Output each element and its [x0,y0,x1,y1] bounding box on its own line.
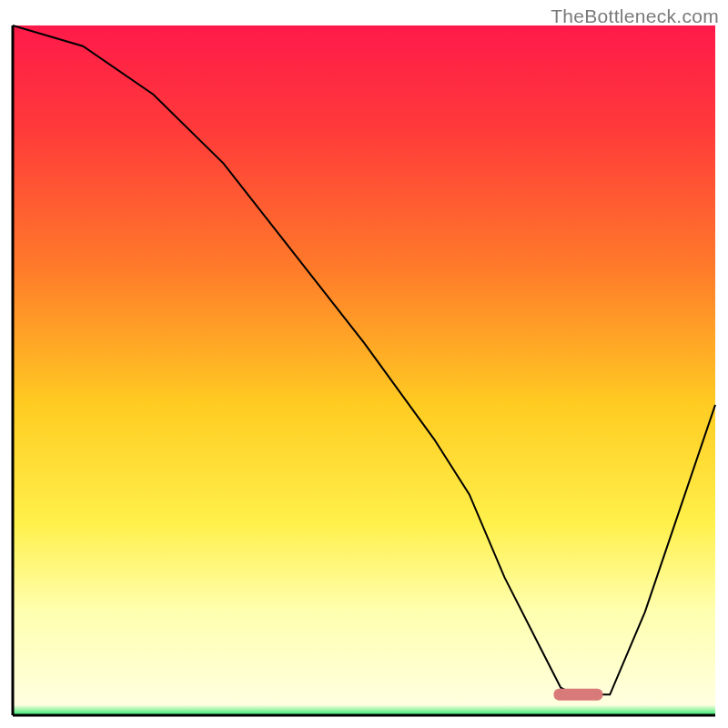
plot-background [13,25,715,715]
chart-stage: TheBottleneck.com [0,0,728,728]
watermark-label: TheBottleneck.com [551,5,719,27]
optimal-range-marker [553,689,602,701]
bottleneck-chart [0,0,728,728]
